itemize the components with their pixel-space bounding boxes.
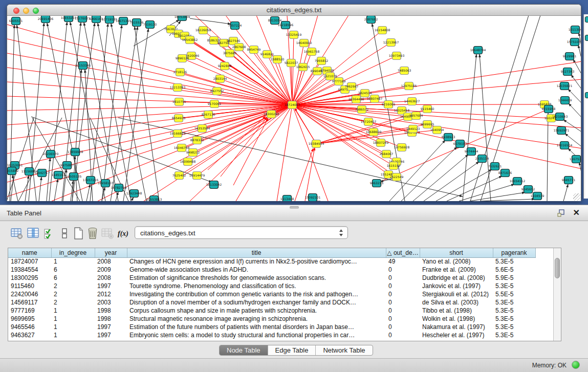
tab-edge-table[interactable]: Edge Table bbox=[268, 345, 316, 355]
table-cell: 1 bbox=[51, 315, 95, 323]
tab-network-table[interactable]: Network Table bbox=[316, 345, 372, 355]
graph-edge bbox=[292, 105, 328, 201]
table-row[interactable]: 1938455462009Genome-wide association stu… bbox=[8, 266, 535, 274]
graph-node-label: 1145193 bbox=[52, 173, 66, 177]
scrollbar-thumb[interactable] bbox=[555, 258, 560, 278]
show-column-icon[interactable] bbox=[27, 227, 40, 240]
column-header-4[interactable]: △ out_de… bbox=[386, 248, 420, 257]
table-panel-title: Table Panel bbox=[7, 209, 41, 217]
graph-node-label: 9242848 bbox=[218, 64, 232, 68]
node-table: namein_degreeyeartitle△ out_de…shortpage… bbox=[8, 248, 561, 341]
node-fragment bbox=[585, 16, 588, 23]
column-header-0[interactable]: name bbox=[8, 248, 51, 257]
graph-node-label: 3915842 bbox=[7, 169, 19, 172]
graph-node-label: 1615152 bbox=[387, 164, 401, 167]
table-row[interactable]: 1872400712008Changes of HCN gene express… bbox=[8, 257, 535, 266]
column-header-3[interactable]: title bbox=[127, 248, 386, 257]
graph-edge bbox=[90, 24, 108, 201]
table-row[interactable]: 1456911722003Disruption of a novel membe… bbox=[8, 298, 535, 307]
graph-node-label: 9975887 bbox=[60, 163, 74, 167]
memory-ok-indicator[interactable] bbox=[572, 361, 580, 369]
table-select-combobox[interactable]: citations_edges.txt bbox=[135, 226, 348, 239]
graph-node-label: 9227343 bbox=[561, 70, 575, 73]
graph-edge bbox=[292, 105, 581, 128]
graph-edge bbox=[7, 96, 292, 105]
graph-node-label: 2684067 bbox=[380, 152, 394, 156]
network-canvas[interactable]: 7663822596012489129541822605816543862818… bbox=[7, 16, 581, 201]
graph-node-label: 9463215 bbox=[370, 181, 384, 185]
graph-node-label: 1011304 bbox=[569, 28, 581, 31]
graph-edge bbox=[102, 25, 122, 201]
graph-node-label: 10973493 bbox=[389, 54, 405, 57]
graph-node-label: 19218596 bbox=[278, 23, 294, 27]
graph-node-label: 16914479 bbox=[189, 173, 205, 177]
resize-grip[interactable] bbox=[573, 193, 580, 201]
graph-node-label: 1167534 bbox=[570, 157, 581, 161]
graph-node-label: 16353594 bbox=[194, 126, 210, 130]
graph-node-label: 16961758 bbox=[304, 50, 320, 53]
table-row[interactable]: 1830029562008Estimation of significance … bbox=[8, 274, 535, 282]
close-panel-icon[interactable]: ✕ bbox=[573, 208, 580, 217]
table-row[interactable]: 2242004622012Investigating the contribut… bbox=[8, 290, 535, 298]
graph-edge bbox=[578, 45, 581, 60]
function-builder-icon[interactable]: f(x) bbox=[117, 227, 130, 240]
graph-node-label: 10807487 bbox=[367, 97, 383, 100]
table-cell: 5.3E-5 bbox=[493, 323, 535, 331]
table-cell: 9465546 bbox=[8, 323, 51, 331]
graph-node-label: 17016504 bbox=[557, 143, 573, 147]
graph-edge bbox=[292, 76, 330, 105]
column-header-2[interactable]: year bbox=[95, 248, 127, 257]
window-titlebar[interactable]: citations_edges.txt bbox=[7, 5, 581, 16]
column-header-6[interactable]: pagerank bbox=[493, 248, 535, 257]
table-cell: 0 bbox=[386, 331, 420, 339]
column-header-1[interactable]: in_degree bbox=[51, 248, 95, 257]
new-file-icon[interactable] bbox=[72, 227, 85, 240]
graph-node-label: 5822037 bbox=[285, 61, 298, 64]
table-cell: 0 bbox=[386, 298, 420, 307]
table-cell: Embryonic stem cells: a model to study s… bbox=[127, 331, 386, 339]
table-row[interactable]: 946362711997Embryonic stem cells: a mode… bbox=[8, 331, 535, 339]
combobox-value: citations_edges.txt bbox=[140, 229, 195, 237]
table-row[interactable]: 977716911998Corpus callosum shape and si… bbox=[8, 307, 535, 315]
table-row[interactable]: 946554611997Estimation of the future num… bbox=[8, 323, 535, 331]
table-cell: 1997 bbox=[95, 323, 127, 331]
graph-node-label: 18724007 bbox=[285, 103, 300, 106]
graph-node-label: 7485063 bbox=[398, 69, 411, 72]
graph-edge bbox=[295, 148, 313, 201]
float-panel-icon[interactable] bbox=[557, 209, 565, 217]
table-cell: Jankovic et al. (1997) bbox=[420, 282, 493, 290]
graph-edge bbox=[316, 129, 413, 144]
graph-edge bbox=[135, 27, 159, 201]
delete-icon[interactable] bbox=[86, 227, 99, 240]
table-cell: 2012 bbox=[95, 290, 127, 298]
graph-node-label: 7986572 bbox=[355, 107, 369, 111]
panel-drag-handle[interactable] bbox=[290, 206, 299, 209]
graph-node-label: 8471676 bbox=[498, 171, 512, 174]
table-cell: de Silva et al. (2003) bbox=[420, 298, 493, 307]
table-cell: 1998 bbox=[95, 307, 127, 315]
graph-node-label: 15751074 bbox=[567, 40, 581, 43]
table-cell: Tibbo et al. (1998) bbox=[420, 307, 493, 315]
table-cell: 6 bbox=[51, 266, 95, 274]
graph-node-label: 9896128 bbox=[176, 56, 189, 60]
table-settings-icon[interactable] bbox=[10, 227, 24, 240]
graph-edge bbox=[12, 175, 18, 201]
column-header-5[interactable]: short bbox=[420, 248, 493, 257]
graph-edge bbox=[25, 176, 29, 201]
graph-node-label: 20553813 bbox=[146, 198, 162, 201]
graph-node-label: 16543862 bbox=[182, 38, 198, 41]
graph-node-label: 15092101 bbox=[305, 195, 321, 199]
row-height-icon[interactable] bbox=[58, 227, 71, 240]
table-row[interactable]: 969969511998Structural magnetic resonanc… bbox=[8, 315, 535, 323]
graph-node-label: 9957684 bbox=[409, 114, 423, 117]
table-header-row: namein_degreeyeartitle△ out_de…shortpage… bbox=[8, 248, 535, 257]
graph-edge bbox=[436, 169, 492, 201]
table-vertical-scrollbar[interactable] bbox=[553, 248, 561, 341]
table-row[interactable]: 911546021997Tourette syndrome. Phenomeno… bbox=[8, 282, 535, 290]
application-desktop: citations_edges.txt 76638225960124891295… bbox=[0, 0, 588, 372]
select-all-icon[interactable] bbox=[43, 227, 56, 240]
table-cell: 0 bbox=[386, 315, 420, 323]
tab-node-table[interactable]: Node Table bbox=[220, 345, 268, 355]
graph-node-label: 15692971 bbox=[554, 128, 570, 132]
combobox-arrows-icon bbox=[339, 229, 343, 239]
